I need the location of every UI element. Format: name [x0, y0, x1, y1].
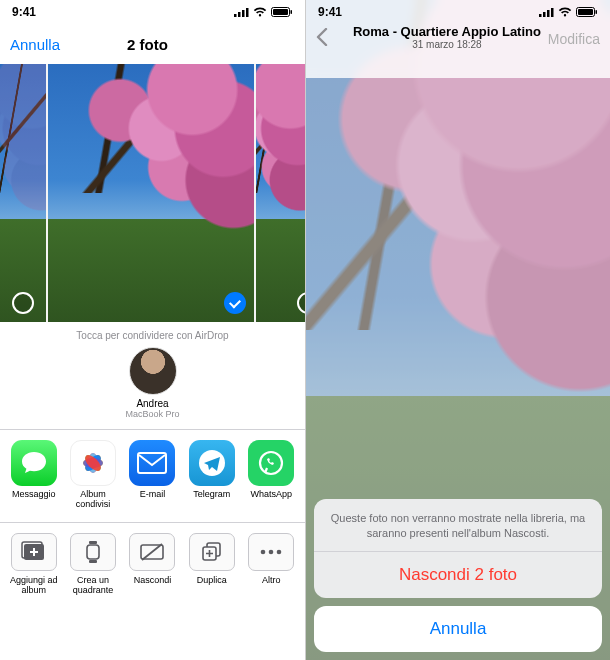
- hide-icon: [129, 533, 175, 571]
- contact-device: MacBook Pro: [118, 409, 188, 419]
- svg-line-24: [142, 544, 162, 560]
- share-actions-row: Aggiungi ad album Crea un quadrante Nasc…: [0, 523, 305, 610]
- action-hide[interactable]: Nascondi: [124, 533, 180, 596]
- photo-thumb-prev[interactable]: [0, 64, 46, 322]
- svg-rect-31: [543, 12, 546, 17]
- photo-selection-strip[interactable]: [0, 64, 305, 322]
- battery-icon: [271, 7, 293, 17]
- svg-rect-21: [89, 541, 97, 544]
- action-label: Crea un quadrante: [65, 576, 121, 596]
- cancel-button[interactable]: Annulla: [10, 36, 60, 53]
- action-more[interactable]: Altro: [243, 533, 299, 596]
- action-duplicate[interactable]: Duplica: [184, 533, 240, 596]
- status-time: 9:41: [12, 5, 36, 19]
- action-add-to-album[interactable]: Aggiungi ad album: [6, 533, 62, 596]
- duplicate-icon: [189, 533, 235, 571]
- svg-rect-2: [242, 10, 245, 17]
- selection-checkmark-icon[interactable]: [224, 292, 246, 314]
- svg-rect-15: [138, 453, 166, 473]
- action-sheet: Queste foto non verranno mostrate nella …: [314, 499, 602, 652]
- svg-rect-22: [89, 560, 97, 563]
- svg-rect-5: [273, 9, 288, 15]
- svg-point-27: [261, 549, 266, 554]
- svg-point-28: [269, 549, 274, 554]
- app-label: Telegram: [184, 490, 240, 500]
- svg-rect-6: [291, 10, 293, 14]
- share-app-mail[interactable]: E-mail: [124, 440, 180, 510]
- sheet-message: Queste foto non verranno mostrate nella …: [314, 499, 602, 551]
- status-time: 9:41: [318, 5, 342, 19]
- photo-thumb-selected[interactable]: [48, 64, 254, 322]
- nav-title: 2 foto: [127, 36, 168, 53]
- svg-rect-30: [539, 14, 542, 17]
- share-app-telegram[interactable]: Telegram: [184, 440, 240, 510]
- app-label: E-mail: [124, 490, 180, 500]
- mail-icon: [129, 440, 175, 486]
- cellular-icon: [234, 7, 249, 17]
- svg-point-29: [277, 549, 282, 554]
- messages-icon: [11, 440, 57, 486]
- battery-icon: [576, 7, 598, 17]
- svg-rect-1: [238, 12, 241, 17]
- status-bar: 9:41: [306, 0, 610, 24]
- svg-rect-33: [551, 8, 554, 17]
- share-app-whatsapp[interactable]: WhatsApp: [243, 440, 299, 510]
- nav-bar: Roma - Quartiere Appio Latino 31 marzo 1…: [306, 24, 610, 58]
- wifi-icon: [558, 7, 572, 17]
- action-label: Duplica: [184, 576, 240, 586]
- share-sheet-screen: 9:41 Annulla 2 foto: [0, 0, 305, 660]
- wifi-icon: [253, 7, 267, 17]
- photo-location: Roma - Quartiere Appio Latino: [353, 24, 541, 39]
- back-button[interactable]: [316, 28, 346, 50]
- avatar: [129, 347, 177, 395]
- svg-rect-32: [547, 10, 550, 17]
- selection-ring-empty[interactable]: [12, 292, 34, 314]
- status-indicators: [539, 7, 598, 17]
- svg-rect-0: [234, 14, 237, 17]
- airdrop-contact[interactable]: Andrea MacBook Pro: [118, 347, 188, 419]
- nav-bar: Annulla 2 foto: [0, 24, 305, 64]
- app-label: Messaggio: [6, 490, 62, 500]
- edit-button[interactable]: Modifica: [548, 31, 600, 47]
- photos-icon: [70, 440, 116, 486]
- photo-datetime: 31 marzo 18:28: [353, 39, 541, 50]
- more-icon: [248, 533, 294, 571]
- svg-rect-35: [578, 9, 593, 15]
- cancel-button[interactable]: Annulla: [314, 606, 602, 652]
- share-app-messages[interactable]: Messaggio: [6, 440, 62, 510]
- add-to-album-icon: [11, 533, 57, 571]
- app-label: Album condivisi: [65, 490, 121, 510]
- telegram-icon: [189, 440, 235, 486]
- svg-rect-20: [87, 545, 99, 559]
- app-label: WhatsApp: [243, 490, 299, 500]
- action-label: Altro: [243, 576, 299, 586]
- photo-thumb-next[interactable]: [256, 64, 305, 322]
- action-label: Nascondi: [124, 576, 180, 586]
- nav-title-block: Roma - Quartiere Appio Latino 31 marzo 1…: [353, 24, 541, 50]
- contact-name: Andrea: [118, 398, 188, 409]
- airdrop-contacts-row: Andrea MacBook Pro: [0, 347, 305, 429]
- hide-photos-button[interactable]: Nascondi 2 foto: [314, 552, 602, 598]
- action-create-watchface[interactable]: Crea un quadrante: [65, 533, 121, 596]
- cellular-icon: [539, 7, 554, 17]
- status-bar: 9:41: [0, 0, 305, 24]
- share-apps-row: Messaggio Album condivisi E-mail Telegra…: [0, 430, 305, 522]
- watchface-icon: [70, 533, 116, 571]
- status-indicators: [234, 7, 293, 17]
- hide-photo-screen: 9:41 Roma - Quartiere Appio Latino 31 ma…: [305, 0, 610, 660]
- svg-rect-36: [596, 10, 598, 14]
- whatsapp-icon: [248, 440, 294, 486]
- share-app-photos[interactable]: Album condivisi: [65, 440, 121, 510]
- action-label: Aggiungi ad album: [6, 576, 62, 596]
- svg-rect-3: [246, 8, 249, 17]
- airdrop-hint: Tocca per condividere con AirDrop: [0, 322, 305, 347]
- chevron-left-icon: [316, 28, 328, 46]
